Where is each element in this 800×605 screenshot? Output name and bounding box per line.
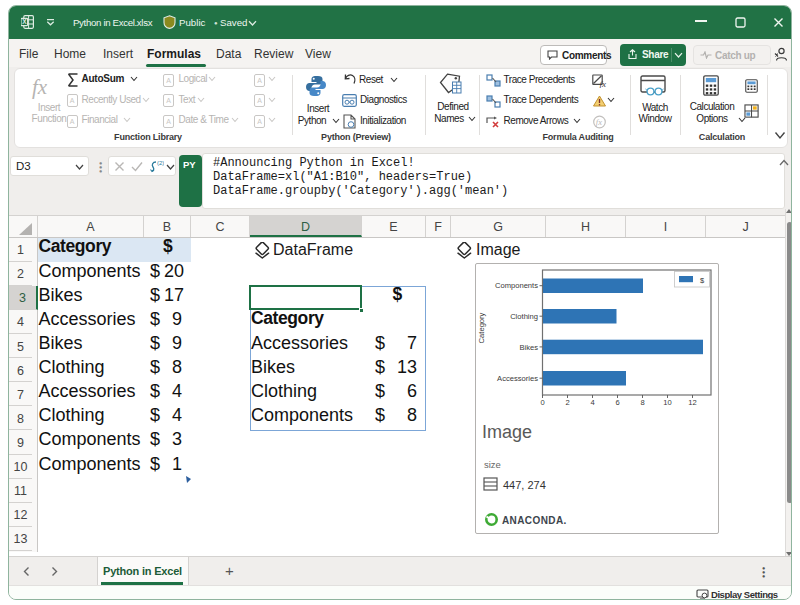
svg-text:10: 10: [663, 398, 671, 407]
svg-text:Clothing: Clothing: [510, 312, 538, 321]
svg-text:Category: Category: [477, 312, 486, 343]
svg-text:fx: fx: [32, 75, 48, 99]
svg-text:6: 6: [615, 398, 619, 407]
svg-text:fx: fx: [600, 79, 607, 88]
svg-text:0: 0: [540, 398, 544, 407]
svg-text:Bikes: Bikes: [519, 343, 538, 352]
svg-text:X: X: [22, 18, 27, 25]
svg-text:fx: fx: [596, 117, 602, 127]
svg-text:2: 2: [565, 398, 569, 407]
svg-text:12: 12: [688, 398, 696, 407]
svg-text:(2): (2): [157, 160, 164, 166]
svg-text:Components: Components: [495, 281, 538, 290]
svg-text:Accessories: Accessories: [497, 374, 538, 383]
svg-text:4: 4: [590, 398, 594, 407]
svg-text:8: 8: [640, 398, 644, 407]
